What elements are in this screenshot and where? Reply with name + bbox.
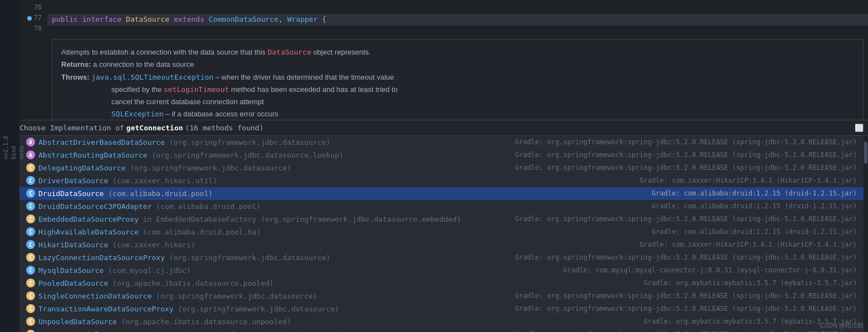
item-icon: C: [26, 317, 35, 326]
item-left: DruidDataSource (com.alibaba.druid.pool): [38, 189, 641, 198]
item-package: (org.apache.ibatis.datasource.pooled): [112, 279, 274, 287]
list-item[interactable]: C TransactionAwareDataSourceProxy (org.s…: [19, 302, 864, 315]
line-num-78: 78: [19, 23, 42, 34]
item-icon: A: [26, 138, 35, 147]
list-item[interactable]: C HikariDataSource (com.zaxxer.hikari) G…: [19, 238, 864, 251]
watermark: CSDN @晴日朗: [820, 321, 864, 330]
content-area: 76 77 78 public interface DataSource ext…: [19, 0, 868, 332]
item-class-name: DriverDataSource: [38, 177, 108, 185]
doc-returns: Returns: a connection to the data source: [61, 58, 854, 71]
list-item[interactable]: C DelegatingDataSource (org.springframew…: [19, 162, 864, 174]
item-left: DruidDataSourceC3POAdapter (com.alibaba.…: [38, 202, 641, 211]
item-icon: C: [26, 330, 35, 332]
item-icon: C: [26, 163, 35, 172]
item-icon: C: [26, 266, 35, 275]
item-class-name: PooledDataSource: [38, 279, 108, 287]
item-gradle: Gradle: org.springframework:spring-jdbc:…: [504, 292, 857, 300]
item-left: DelegatingDataSource (org.springframewor…: [38, 164, 504, 172]
item-icon: C: [26, 304, 35, 313]
item-left: EmbeddedDataSourceProxy in EmbeddedDatab…: [38, 215, 504, 223]
keyword-interface: interface: [82, 15, 126, 23]
item-package: (com.zaxxer.hikari): [112, 241, 195, 249]
item-class-name: AbstractDriverBasedDataSource: [38, 138, 165, 147]
doc-returns-label: Returns:: [61, 60, 91, 69]
item-gradle: Gradle: org.springframework:spring-jdbc:…: [504, 151, 857, 159]
doc-datasource-ref: DataSource: [268, 48, 311, 56]
list-item[interactable]: A AbstractDriverBasedDataSource (org.spr…: [19, 136, 864, 149]
item-gradle: Gradle: org.springframework:spring-jdbc:…: [504, 215, 857, 223]
item-class-name: HighAvailableDataSource: [38, 228, 139, 236]
list-item[interactable]: C DruidDataSourceC3POAdapter (com.alibab…: [19, 200, 864, 213]
list-item[interactable]: C MysqlDataSource (com.mysql.cj.jdbc) Gr…: [19, 264, 864, 277]
item-gradle: Gradle: com.mysql:mysql-connector-j:8.0.…: [552, 266, 857, 274]
left-sidebar: otatio n=2.1.0 bind nodu: [0, 0, 19, 332]
item-class-name: AbstractRoutingDataSource: [38, 151, 148, 159]
item-icon: C: [26, 279, 35, 287]
scrollbar-thumb[interactable]: [864, 141, 867, 164]
list-item[interactable]: C PooledDataSource (org.apache.ibatis.da…: [19, 277, 864, 290]
item-package: (org.springframework.jdbc.datasource): [169, 253, 331, 262]
item-left: DriverDataSource (com.zaxxer.hikari.util…: [38, 177, 629, 185]
item-gradle: Gradle: com.zaxxer:HikariCP:3.4.1 (Hikar…: [629, 241, 857, 248]
item-class-name: MysqlDataSource: [38, 266, 104, 275]
list-item[interactable]: C SingleConnectionDataSource (org.spring…: [19, 290, 864, 302]
item-left: TransactionAwareDataSourceProxy (org.spr…: [38, 305, 504, 313]
list-item[interactable]: C HighAvailableDataSource (com.alibaba.d…: [19, 226, 864, 238]
item-package: (org.springframework.jdbc.datasource): [130, 164, 291, 172]
expand-icon[interactable]: ⬜: [855, 124, 864, 132]
item-package: (com.alibaba.druid.pool.ha): [143, 228, 261, 236]
doc-throws-cont1: specified by the setLoginTimeout method …: [61, 84, 854, 96]
code-area: 76 77 78 public interface DataSource ext…: [19, 0, 868, 120]
list-item[interactable]: C UnpooledDataSource (org.apache.ibatis.…: [19, 315, 864, 328]
item-package: (org.springframework.jdbc.datasource): [178, 305, 339, 313]
item-gradle: Gradle: org.springframework:spring-jdbc:…: [504, 253, 857, 261]
item-icon: C: [26, 202, 35, 211]
line-num-77: 77: [34, 13, 42, 23]
item-left: AbstractRoutingDataSource (org.springfra…: [38, 151, 504, 159]
item-gradle: Gradle: com.alibaba:druid:1.2.15 (druid-…: [641, 228, 857, 236]
chooser-title-prefix: Choose Implementation of: [19, 124, 124, 132]
item-class-name: DelegatingDataSource: [38, 164, 126, 172]
keyword-extends: extends: [174, 15, 209, 23]
list-item[interactable]: C EmbeddedDataSourceProxy in EmbeddedDat…: [19, 213, 864, 226]
item-left: SingleConnectionDataSource (org.springfr…: [38, 292, 504, 300]
item-gradle: Gradle: org.springframework:spring-jdbc:…: [504, 138, 857, 146]
item-gradle: Gradle: org.springframework:spring-jdbc:…: [504, 305, 857, 313]
list-item[interactable]: A AbstractRoutingDataSource (org.springf…: [19, 149, 864, 162]
main-layout: otatio n=2.1.0 bind nodu 76 77 78 public…: [0, 0, 868, 332]
chooser-title-bar: Choose Implementation of getConnection (…: [19, 120, 868, 136]
item-class-name: UserCredentialsDataSourceAdapter: [38, 330, 178, 333]
item-left: AbstractDriverBasedDataSource (org.sprin…: [38, 138, 504, 147]
list-item[interactable]: C DriverDataSource (com.zaxxer.hikari.ut…: [19, 174, 864, 187]
doc-throws-cont3: SQLException – if a database access erro…: [61, 108, 854, 120]
item-package: (org.springframework.jdbc.datasource): [156, 292, 317, 300]
line-numbers: 76 77 78: [19, 0, 47, 120]
class-datasource: DataSource: [126, 15, 169, 23]
doc-desc-text: Attempts to establish a connection with …: [61, 48, 268, 56]
item-left: UnpooledDataSource (org.apache.ibatis.da…: [38, 318, 632, 326]
item-left: MysqlDataSource (com.mysql.cj.jdbc): [38, 266, 552, 275]
item-left: UserCredentialsDataSourceAdapter (org.sp…: [38, 330, 504, 333]
doc-throws: Throws: java.sql.SQLTimeoutException – w…: [61, 71, 854, 84]
item-gradle: Gradle: org.springframework:spring-jdbc:…: [504, 164, 857, 172]
list-item[interactable]: C LazyConnectionDataSourceProxy (org.spr…: [19, 251, 864, 264]
scrollbar[interactable]: [864, 136, 868, 332]
chooser-method-name: getConnection: [126, 124, 183, 132]
chooser-title-suffix: (16 methods found): [185, 124, 264, 132]
code-line-76: [47, 2, 868, 14]
item-left: HighAvailableDataSource (com.alibaba.dru…: [38, 228, 641, 236]
item-icon: C: [26, 291, 35, 300]
doc-method-name: setLoginTimeout: [164, 85, 229, 94]
chooser-list[interactable]: A AbstractDriverBasedDataSource (org.spr…: [19, 136, 864, 332]
list-item[interactable]: C UserCredentialsDataSourceAdapter (org.…: [19, 328, 864, 332]
item-package: (org.apache.ibatis.datasource.unpooled): [121, 318, 291, 326]
item-package: (com.zaxxer.hikari.util): [112, 177, 217, 185]
item-left: HikariDataSource (com.zaxxer.hikari): [38, 241, 629, 249]
item-icon: C: [26, 253, 35, 262]
item-package: (com.alibaba.druid.pool): [108, 189, 213, 198]
item-class-name: DruidDataSourceC3POAdapter: [38, 202, 152, 211]
item-icon: C: [26, 214, 35, 223]
item-package: (org.springframework.jdbc.datasource): [169, 138, 331, 147]
item-class-name: SingleConnectionDataSource: [38, 292, 152, 300]
list-item-selected[interactable]: C DruidDataSource (com.alibaba.druid.poo…: [19, 187, 864, 200]
